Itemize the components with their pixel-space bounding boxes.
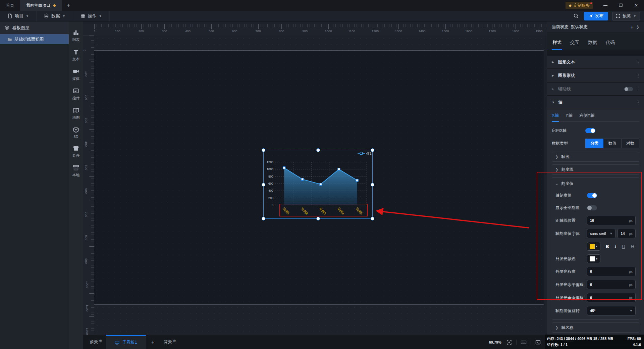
resize-handle-nw[interactable] [262, 148, 265, 152]
box-title: 刻度值 [561, 181, 573, 187]
dock-item-1[interactable]: 文本 [69, 46, 83, 65]
inspector-tab-2[interactable]: 数据 [588, 40, 597, 50]
badge-label: 定制服务 [574, 3, 590, 8]
resize-handle-s[interactable] [316, 217, 320, 220]
font-family-select[interactable]: sans-serif ▼ [587, 229, 615, 238]
glow-h-offset-input[interactable]: 0 px [587, 280, 636, 289]
keyboard-icon[interactable] [520, 339, 528, 346]
dock-item-3[interactable]: 控件 [69, 85, 83, 104]
svg-text:值1: 值1 [366, 152, 372, 155]
axis-offset-input[interactable]: 10 px [587, 216, 636, 225]
kebab-menu-icon[interactable]: ⋮ [636, 88, 639, 90]
titlebar-tab-0[interactable]: 首页 [0, 0, 20, 11]
resize-handle-e[interactable] [371, 183, 374, 187]
kebab-menu-icon[interactable]: ⋮ [636, 102, 639, 103]
section-graphic-text[interactable]: ▶ 图形文本 ⋮ [547, 56, 644, 69]
add-board-button[interactable]: + [146, 335, 160, 349]
titlebar-tab-1[interactable]: 我的空白项目 [20, 0, 62, 11]
axis-tab-2[interactable]: 右侧Y轴 [579, 113, 595, 121]
dock-item-6[interactable]: 套件 [69, 142, 83, 161]
custom-service-badge[interactable]: ◆ 定制服务 [566, 2, 593, 9]
show-all-ticks-toggle[interactable] [587, 205, 597, 210]
foreground-tab[interactable]: 前景 ⊕ [86, 335, 106, 349]
collapse-arrow-icon[interactable]: ▶ [552, 74, 555, 77]
box-title: 轴名称 [561, 325, 573, 331]
selected-chart-component[interactable]: 020040060080010001200示例1示例2示例3示例4示例5值1 [263, 150, 373, 219]
kebab-menu-icon[interactable]: ⋮ [636, 61, 639, 63]
resize-handle-w[interactable] [262, 183, 265, 187]
menu-label: 数据 [51, 13, 60, 19]
search-icon[interactable] [572, 13, 580, 19]
v-ruler-label: 700 [85, 212, 88, 217]
dock-item-4[interactable]: 地图 [69, 104, 83, 123]
section-guides[interactable]: ▶ 辅助线 ⋮ [547, 83, 644, 96]
resize-handle-ne[interactable] [371, 148, 374, 152]
preview-button[interactable]: 预览 ▼ [612, 12, 640, 20]
underline-button[interactable]: U [622, 244, 625, 249]
add-state-button[interactable]: + [630, 24, 633, 30]
strikethrough-button[interactable]: S [631, 244, 634, 249]
axis-tab-0[interactable]: X轴 [552, 113, 559, 121]
layer-item-0[interactable]: 基础折线面积图 [0, 34, 69, 44]
window-close-button[interactable]: ✕ [629, 0, 644, 11]
board-tab-active[interactable]: 子看板1 [106, 335, 146, 349]
glow-v-offset-input[interactable]: 0 px [587, 293, 636, 302]
field-label: 轴刻度值旋转 [555, 308, 587, 314]
menu-item-2[interactable]: 操作▼ [73, 11, 110, 21]
media-icon [73, 68, 79, 74]
collapse-arrow-icon[interactable]: ▶ [552, 60, 555, 64]
dock-item-7[interactable]: 本地 [69, 161, 83, 181]
section-tick-line[interactable]: ❯ 刻度线 [552, 164, 639, 174]
h-ruler-label: 900 [302, 29, 308, 33]
data-type-option-1[interactable]: 数值 [603, 139, 621, 148]
chevron-right-icon[interactable]: ❯ [636, 25, 639, 29]
section-axis-line[interactable]: ❯ 轴线 [552, 152, 639, 162]
section-axis[interactable]: ▼ 轴 ⋮ [547, 96, 644, 109]
inspector-tab-0[interactable]: 样式 [552, 40, 561, 50]
dock-item-2[interactable]: 媒体 [69, 65, 83, 85]
menu-item-0[interactable]: 项目▼ [0, 11, 37, 21]
font-color-picker[interactable]: ▼ [587, 242, 600, 251]
font-size-input[interactable]: 14 px [618, 229, 636, 238]
resize-handle-se[interactable] [371, 217, 374, 220]
layers-icon [4, 25, 9, 30]
canvas-field[interactable]: 020040060080010001200示例1示例2示例3示例4示例5值1 [94, 36, 547, 335]
publish-button[interactable]: 发布 [584, 12, 608, 20]
data-type-option-0[interactable]: 分类 [585, 139, 603, 148]
axis-tick-value-toggle[interactable] [587, 193, 597, 198]
inspector-tab-3[interactable]: 代码 [606, 40, 615, 50]
circle-plus-icon[interactable]: ⊕ [99, 339, 102, 343]
inspector-tab-1[interactable]: 交互 [570, 40, 579, 50]
window-maximize-button[interactable]: ❐ [613, 0, 629, 11]
tick-rotation-row: 轴刻度值旋转 45° ▼ [555, 306, 636, 315]
dock-item-5[interactable]: 3D [69, 123, 83, 142]
kebab-menu-icon[interactable]: ⋮ [636, 75, 639, 77]
enable-x-axis-toggle[interactable] [585, 128, 595, 133]
window-minimize-button[interactable]: — [598, 0, 613, 11]
fit-screen-icon[interactable] [505, 339, 513, 346]
unit-label: px [629, 283, 633, 287]
collapse-arrow-icon[interactable]: ▼ [552, 101, 555, 104]
current-state-label: 当前状态: 默认状态 [552, 24, 588, 30]
guides-toggle[interactable] [624, 87, 633, 91]
italic-button[interactable]: I [615, 244, 616, 249]
tick-value-header[interactable]: ⌄ 刻度值 [555, 181, 636, 187]
tick-rotation-select[interactable]: 45° ▼ [587, 306, 636, 315]
background-tab[interactable]: 背景 ⊕ [160, 335, 180, 349]
resize-handle-n[interactable] [316, 148, 320, 152]
section-graphic-shape[interactable]: ▶ 图形形状 ⋮ [547, 69, 644, 83]
bold-button[interactable]: B [606, 244, 609, 249]
resize-handle-sw[interactable] [262, 217, 265, 220]
glow-amount-input[interactable]: 0 px [587, 267, 636, 276]
collapse-arrow-icon[interactable]: ▶ [552, 87, 555, 91]
local-icon [73, 164, 79, 171]
glow-color-picker[interactable]: ▼ [587, 254, 600, 263]
circle-plus-icon[interactable]: ⊕ [173, 339, 176, 343]
menu-item-1[interactable]: 数据▼ [37, 11, 73, 21]
dock-item-0[interactable]: 图表 [69, 26, 83, 46]
section-axis-name[interactable]: ❯ 轴名称 [552, 322, 639, 333]
new-tab-button[interactable]: + [62, 0, 75, 11]
data-type-option-2[interactable]: 对数 [622, 139, 639, 148]
console-icon[interactable] [534, 339, 542, 346]
axis-tab-1[interactable]: Y轴 [566, 113, 573, 121]
